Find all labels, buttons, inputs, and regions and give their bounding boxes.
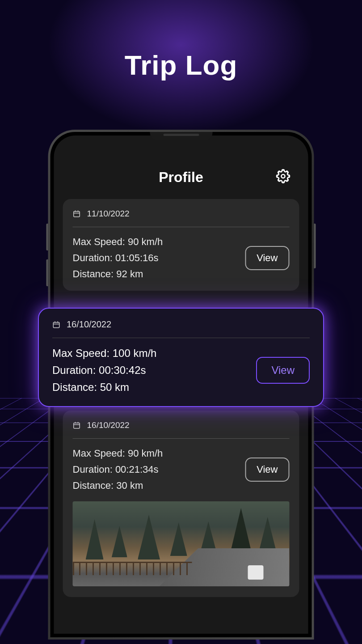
duration-stat: Duration: 00:30:42s [52,364,156,377]
view-button[interactable]: View [256,357,310,384]
view-button[interactable]: View [245,246,289,270]
calendar-icon [73,421,81,429]
gear-icon[interactable] [276,169,290,183]
calendar-icon [52,321,60,329]
power-button [314,224,316,268]
trip-card: 16/10/2022 Max Speed: 90 km/h Duration: … [63,411,299,597]
volume-up [46,224,48,250]
calendar-icon [73,210,81,218]
view-button[interactable]: View [245,458,289,482]
trip-date: 16/10/2022 [87,420,130,430]
trip-thumbnail [73,501,290,586]
svg-point-0 [282,174,285,178]
app-title: Profile [159,169,203,186]
max-speed-stat: Max Speed: 100 km/h [52,347,156,360]
trip-date: 16/10/2022 [67,319,111,330]
card-date-row: 16/10/2022 [73,420,290,439]
card-date-row: 11/10/2022 [73,209,290,227]
page-title: Trip Log [0,49,362,81]
duration-stat: Duration: 00:21:34s [73,464,163,475]
svg-rect-1 [74,212,80,217]
card-date-row: 16/10/2022 [52,319,310,338]
trip-date: 11/10/2022 [87,209,130,219]
distance-stat: Distance: 92 km [73,268,163,280]
trip-card: 11/10/2022 Max Speed: 90 km/h Duration: … [63,199,299,291]
svg-rect-5 [74,423,80,428]
volume-down [46,259,48,286]
app-header: Profile [54,160,308,199]
phone-speaker [163,134,199,136]
duration-stat: Duration: 01:05:16s [73,252,163,264]
trip-card-highlighted: 16/10/2022 Max Speed: 100 km/h Duration:… [38,308,324,407]
phone-notch [150,132,212,140]
max-speed-stat: Max Speed: 90 km/h [73,448,163,459]
svg-rect-9 [53,322,59,327]
distance-stat: Distance: 30 km [73,480,163,491]
distance-stat: Distance: 50 km [52,381,156,394]
max-speed-stat: Max Speed: 90 km/h [73,236,163,248]
